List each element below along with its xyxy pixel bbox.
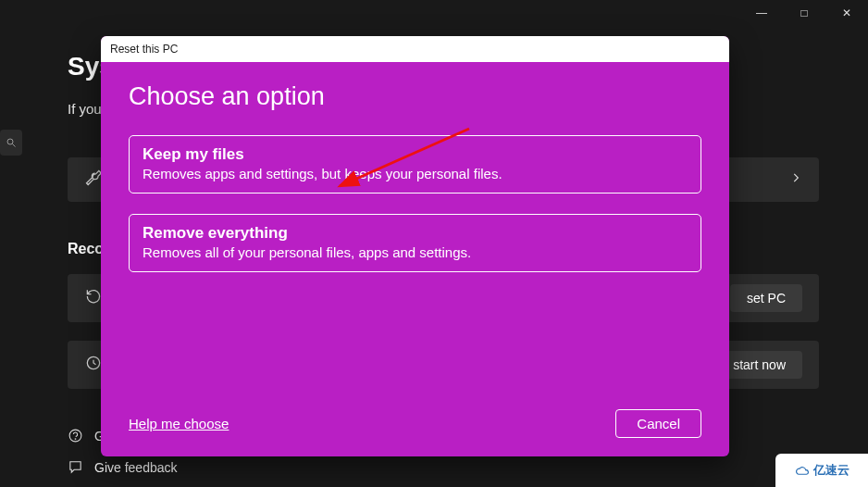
svg-point-3 [69, 430, 81, 442]
advanced-startup-icon [84, 354, 103, 376]
reset-pc-dialog: Reset this PC Choose an option Keep my f… [101, 36, 729, 456]
help-me-choose-link[interactable]: Help me choose [129, 416, 229, 431]
footer-link-feedback-label: Give feedback [94, 460, 178, 475]
dialog-header: Reset this PC [101, 36, 729, 62]
cloud-icon [794, 465, 811, 477]
reset-icon [84, 287, 103, 309]
option-desc: Removes all of your personal files, apps… [143, 244, 688, 260]
minimize-button[interactable]: — [740, 0, 783, 26]
svg-point-4 [75, 439, 76, 440]
maximize-button[interactable]: □ [783, 0, 825, 26]
wrench-icon [84, 169, 103, 191]
cancel-button[interactable]: Cancel [615, 409, 701, 438]
search-icon [6, 137, 17, 148]
close-button[interactable]: ✕ [825, 0, 868, 26]
feedback-icon [68, 459, 83, 475]
option-remove-everything[interactable]: Remove everything Removes all of your pe… [129, 214, 701, 272]
option-keep-my-files[interactable]: Keep my files Removes apps and settings,… [129, 135, 701, 194]
svg-line-1 [13, 144, 16, 147]
watermark: 亿速云 [775, 454, 868, 487]
option-desc: Removes apps and settings, but keeps you… [143, 166, 688, 181]
reset-pc-button[interactable]: set PC [730, 284, 802, 312]
start-now-button[interactable]: start now [716, 351, 802, 379]
dialog-title: Choose an option [129, 82, 701, 111]
search-button[interactable] [0, 130, 22, 156]
footer-link-feedback[interactable]: Give feedback [68, 459, 178, 475]
option-title: Keep my files [143, 145, 688, 164]
page-subtitle: If you [68, 101, 102, 117]
chevron-right-icon [789, 171, 802, 188]
svg-point-0 [7, 139, 13, 144]
footer-link-help[interactable]: G [68, 428, 105, 443]
watermark-label: 亿速云 [813, 462, 849, 479]
help-icon [68, 428, 83, 443]
option-title: Remove everything [143, 224, 688, 243]
